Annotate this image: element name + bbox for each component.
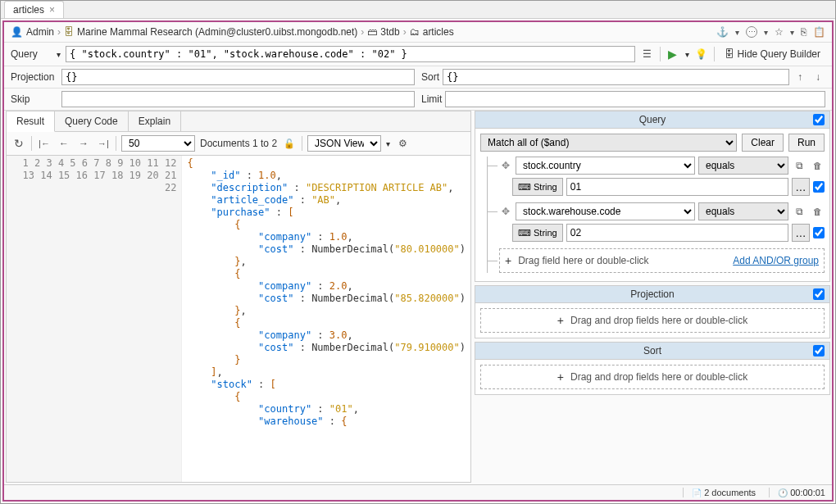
query-panel: Query Match all of ($and) Clear Run	[475, 111, 830, 282]
projection-enabled-checkbox[interactable]	[813, 288, 825, 300]
view-mode-select[interactable]: JSON View	[307, 135, 381, 152]
query-dropdown-icon[interactable]	[57, 48, 61, 60]
more-button[interactable]: …	[792, 178, 810, 196]
sort-desc-icon[interactable]	[811, 70, 825, 84]
sort-asc-icon[interactable]	[793, 70, 807, 84]
last-page-icon[interactable]	[96, 136, 111, 151]
skip-limit-row: Skip Limit	[4, 89, 832, 111]
tab-result[interactable]: Result	[7, 111, 55, 132]
breadcrumb: 👤 Admin › 🗄 Marine Mammal Research (Admi…	[4, 22, 832, 43]
tab-articles[interactable]: articles ×	[4, 1, 64, 18]
skip-input[interactable]	[61, 91, 415, 107]
anchor-icon[interactable]	[716, 26, 729, 38]
sort-panel: Sort Drag and drop fields here or double…	[475, 342, 830, 395]
match-mode-select[interactable]: Match all of ($and)	[480, 134, 737, 152]
results-pane: Result Query Code Explain 50 Documents 1	[6, 111, 471, 483]
delete-icon[interactable]	[810, 204, 825, 219]
ellipsis-icon[interactable]: ⋯	[746, 26, 757, 38]
clock-icon	[778, 488, 788, 497]
elapsed-time: 00:00:01	[790, 488, 825, 497]
sort-enabled-checkbox[interactable]	[813, 345, 825, 356]
type-button[interactable]: ⌨String	[512, 178, 563, 196]
limit-input[interactable]	[445, 91, 825, 107]
operator-select[interactable]: equals	[698, 202, 788, 220]
next-page-icon[interactable]	[76, 136, 91, 151]
cond-enabled-checkbox[interactable]	[813, 181, 825, 193]
field-select[interactable]: stock.country	[516, 157, 695, 175]
run-icon[interactable]: ▶	[666, 47, 680, 61]
first-page-icon[interactable]	[37, 136, 52, 151]
run-button[interactable]: Run	[788, 134, 825, 152]
bc-db[interactable]: 3tdb	[380, 26, 399, 38]
tab-query-code[interactable]: Query Code	[55, 111, 129, 131]
duplicate-icon[interactable]	[792, 204, 806, 219]
drag-handle-icon[interactable]	[499, 206, 512, 217]
duplicate-icon[interactable]	[792, 158, 806, 173]
projection-sort-row: Projection Sort	[4, 66, 832, 89]
clear-button[interactable]: Clear	[742, 134, 784, 152]
query-panel-title: Query	[639, 114, 666, 125]
value-row: ⌨String …	[512, 178, 825, 196]
status-bar: 2 documents 00:00:01	[4, 484, 832, 500]
projection-input[interactable]	[61, 69, 415, 85]
hide-qb-label: Hide Query Builder	[738, 48, 820, 60]
tab-explain[interactable]: Explain	[129, 111, 181, 131]
field-select[interactable]: stock.warehouse.code	[516, 202, 695, 220]
condition-group: stock.country equals ⌨String …	[487, 157, 825, 273]
paste-icon[interactable]: 📋	[813, 26, 825, 38]
tab-label: articles	[13, 4, 44, 16]
json-editor[interactable]: 1 2 3 4 5 6 7 8 9 10 11 12 13 14 15 16 1…	[7, 156, 470, 482]
user-icon: 👤	[11, 26, 23, 38]
tab-bar: articles ×	[1, 1, 835, 19]
drag-handle-icon[interactable]	[499, 160, 512, 171]
bc-conn[interactable]: Marine Mammal Research (Admin@cluster0.u…	[77, 26, 357, 38]
delete-icon[interactable]	[810, 158, 825, 173]
projection-label: Projection	[11, 71, 58, 83]
query-enabled-checkbox[interactable]	[813, 114, 825, 125]
hint-icon[interactable]: 💡	[694, 47, 709, 61]
settings-icon[interactable]	[395, 136, 410, 151]
hide-query-builder-button[interactable]: 🗄 Hide Query Builder	[720, 47, 825, 61]
run-dropdown-icon[interactable]	[685, 48, 689, 60]
drop-label: Drag and drop fields here or double-clic…	[570, 315, 747, 326]
condition-row: stock.country equals	[488, 157, 825, 175]
type-button[interactable]: ⌨String	[512, 224, 563, 242]
more-button[interactable]: …	[792, 224, 810, 242]
query-panel-header: Query	[475, 111, 829, 129]
page-size-select[interactable]: 50	[121, 135, 195, 152]
condition-row: stock.warehouse.code equals	[488, 202, 825, 220]
dropdown-icon[interactable]	[790, 26, 794, 38]
star-icon[interactable]	[775, 26, 784, 38]
sort-label: Sort	[421, 71, 439, 83]
limit-label: Limit	[421, 93, 442, 105]
projection-panel: Projection Drag and drop fields here or …	[475, 285, 830, 338]
copy-icon[interactable]: ⎘	[801, 26, 806, 38]
query-row: Query ☰ ▶ 💡 🗄 Hide Query Builder	[4, 43, 832, 66]
projection-panel-title: Projection	[630, 288, 674, 300]
lock-icon[interactable]	[282, 136, 297, 151]
query-input[interactable]	[66, 46, 635, 62]
query-list-icon[interactable]: ☰	[640, 47, 655, 61]
value-input[interactable]	[566, 178, 788, 196]
sort-panel-header: Sort	[475, 343, 829, 360]
prev-page-icon[interactable]	[57, 136, 71, 151]
bc-user[interactable]: Admin	[26, 26, 54, 38]
view-dropdown-icon[interactable]	[386, 138, 390, 149]
chevron-icon: ›	[57, 26, 61, 38]
refresh-icon[interactable]	[11, 136, 26, 151]
cond-enabled-checkbox[interactable]	[813, 227, 825, 238]
sort-panel-title: Sort	[643, 345, 661, 356]
sort-input[interactable]	[443, 69, 789, 85]
add-group-link[interactable]: Add AND/OR group	[733, 255, 819, 266]
close-icon[interactable]: ×	[49, 4, 55, 16]
sort-drop-zone[interactable]: Drag and drop fields here or double-clic…	[480, 365, 825, 389]
dropdown-icon[interactable]	[735, 26, 739, 38]
field-drop-zone[interactable]: Drag field here or double-click Add AND/…	[499, 248, 825, 273]
projection-drop-zone[interactable]: Drag and drop fields here or double-clic…	[480, 308, 825, 333]
dropdown-icon[interactable]	[764, 26, 768, 38]
chevron-icon: ›	[361, 26, 364, 38]
operator-select[interactable]: equals	[698, 157, 788, 175]
drop-label: Drag and drop fields here or double-clic…	[570, 371, 747, 383]
bc-coll[interactable]: articles	[423, 26, 454, 38]
value-input[interactable]	[566, 224, 788, 242]
